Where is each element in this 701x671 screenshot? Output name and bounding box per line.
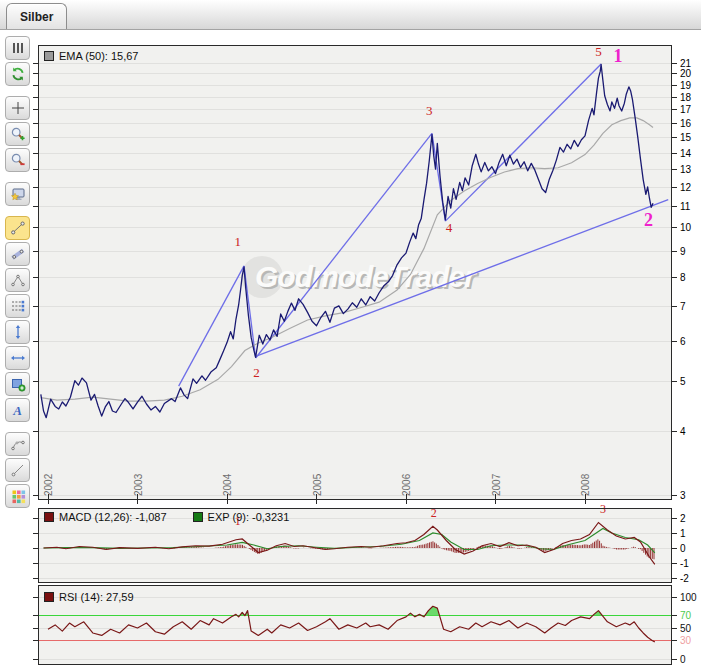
svg-text:2002: 2002: [43, 473, 54, 496]
svg-text:-2: -2: [680, 573, 689, 584]
chart-area: GodmodeTrader GodmodeTrader 212019181716…: [38, 45, 701, 671]
svg-text:1: 1: [680, 528, 686, 539]
svg-text:16: 16: [680, 118, 692, 129]
svg-text:13: 13: [680, 164, 692, 175]
drawing-toolbar: A: [5, 36, 31, 510]
watermark-text: GodmodeTrader: [255, 260, 478, 293]
svg-text:30: 30: [680, 635, 692, 646]
tool-parallel-channel[interactable]: [5, 242, 30, 266]
svg-text:2: 2: [644, 210, 653, 230]
svg-text:3: 3: [426, 103, 433, 118]
svg-text:2: 2: [680, 513, 686, 524]
svg-text:9: 9: [680, 246, 686, 257]
svg-text:A: A: [12, 403, 22, 418]
svg-text:12: 12: [680, 182, 692, 193]
svg-text:0: 0: [680, 654, 686, 665]
svg-text:4: 4: [446, 220, 453, 235]
fibonacci-icon: [10, 298, 26, 314]
vertical-range-icon: [10, 324, 26, 340]
parallel-channel-icon: [10, 246, 26, 262]
svg-text:0: 0: [680, 543, 686, 554]
tool-ray[interactable]: [5, 458, 30, 482]
tab-bar: Silber: [0, 0, 701, 30]
svg-text:1: 1: [614, 46, 623, 66]
svg-text:2: 2: [253, 365, 260, 380]
refresh-icon: [10, 66, 26, 82]
zoom-in-icon: [10, 126, 26, 142]
tool-zoom-in[interactable]: [5, 122, 30, 146]
svg-text:11: 11: [680, 201, 691, 212]
tool-zoom-out[interactable]: [5, 148, 30, 172]
svg-text:5: 5: [680, 376, 686, 387]
svg-text:2008: 2008: [580, 473, 591, 496]
trendline-icon: [10, 220, 26, 236]
arc-icon: [10, 436, 26, 452]
svg-text:3: 3: [680, 490, 686, 501]
layout-columns-icon: [10, 40, 26, 56]
rectangle-icon: [10, 376, 26, 392]
tool-arc[interactable]: [5, 432, 30, 456]
svg-text:6: 6: [680, 336, 686, 347]
svg-text:2004: 2004: [222, 473, 233, 496]
tool-trendline[interactable]: [5, 216, 30, 240]
svg-text:100: 100: [680, 592, 697, 603]
app-root: { "tab": {"label": "Silber"}, "toolbar":…: [0, 0, 701, 671]
svg-text:20: 20: [680, 68, 692, 79]
svg-text:14: 14: [680, 148, 692, 159]
svg-text:2007: 2007: [491, 473, 502, 496]
tool-angle[interactable]: [5, 268, 30, 292]
svg-text:19: 19: [680, 80, 692, 91]
tool-crosshair[interactable]: [5, 96, 30, 120]
svg-text:21: 21: [680, 58, 692, 69]
svg-text:1: 1: [235, 514, 241, 528]
tool-chart-template[interactable]: [5, 182, 30, 206]
svg-text:18: 18: [680, 92, 692, 103]
ray-icon: [10, 462, 26, 478]
colors-icon: [10, 488, 26, 504]
svg-text:8: 8: [680, 272, 686, 283]
zoom-out-icon: [10, 152, 26, 168]
tool-colors[interactable]: [5, 484, 30, 508]
svg-text:17: 17: [680, 104, 692, 115]
horizontal-range-icon: [10, 350, 26, 366]
svg-text:1: 1: [234, 234, 241, 249]
svg-text:2: 2: [431, 506, 437, 520]
chart-template-icon: [10, 186, 26, 202]
watermark: GodmodeTrader GodmodeTrader: [241, 256, 480, 298]
crosshair-icon: [10, 100, 26, 116]
tab-label: Silber: [20, 10, 53, 24]
tool-vertical-range[interactable]: [5, 320, 30, 344]
svg-text:70: 70: [680, 610, 692, 621]
svg-text:5: 5: [595, 45, 602, 59]
svg-text:7: 7: [680, 301, 686, 312]
svg-text:-1: -1: [680, 558, 689, 569]
svg-text:2006: 2006: [401, 473, 412, 496]
svg-text:10: 10: [680, 222, 692, 233]
tool-horizontal-range[interactable]: [5, 346, 30, 370]
tool-rectangle[interactable]: [5, 372, 30, 396]
tool-layout-columns[interactable]: [5, 36, 30, 60]
tool-fibonacci[interactable]: [5, 294, 30, 318]
svg-text:4: 4: [680, 426, 686, 437]
chart-canvas[interactable]: GodmodeTrader GodmodeTrader 212019181716…: [32, 45, 701, 671]
svg-text:2003: 2003: [133, 473, 144, 496]
svg-text:2005: 2005: [312, 473, 323, 496]
tab-silber[interactable]: Silber: [6, 3, 67, 29]
svg-text:15: 15: [680, 132, 692, 143]
tool-refresh[interactable]: [5, 62, 30, 86]
svg-text:50: 50: [680, 623, 692, 634]
text-icon: A: [10, 402, 26, 418]
tool-text[interactable]: A: [5, 398, 30, 422]
angle-icon: [10, 272, 26, 288]
